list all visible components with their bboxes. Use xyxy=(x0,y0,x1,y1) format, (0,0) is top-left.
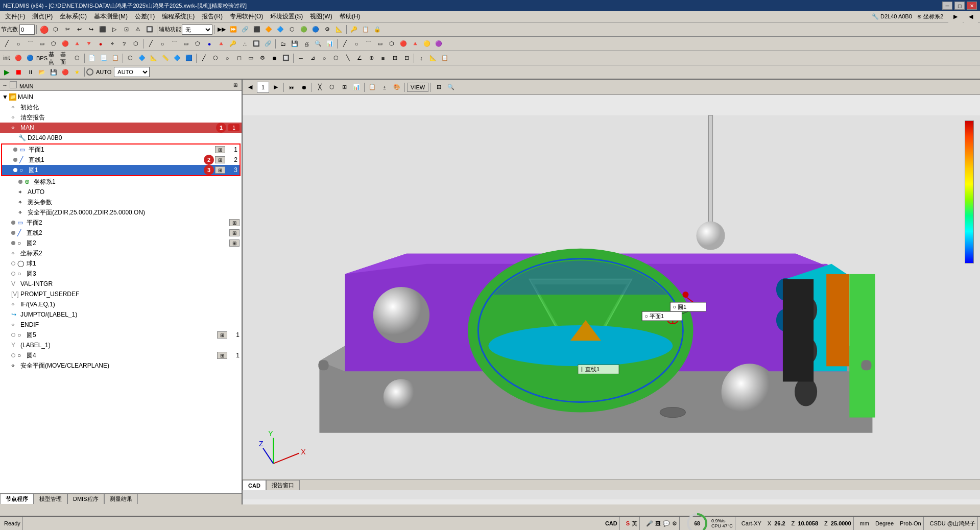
tb3-btn37[interactable]: 📋 xyxy=(439,53,450,64)
tb2-btn28[interactable]: 📊 xyxy=(324,38,336,50)
tb1-btn2[interactable]: ⬡ xyxy=(50,24,61,35)
tb3-btn31[interactable]: ⊕ xyxy=(366,53,377,64)
tb2-btn33[interactable]: ⬡ xyxy=(386,38,397,50)
tb2-btn20[interactable]: 🔑 xyxy=(227,38,238,50)
tree-item-probe-param[interactable]: ⌖ 测头参数 xyxy=(0,197,242,207)
tb3-btn7[interactable]: ⬡ xyxy=(71,53,83,64)
tb3-btn26[interactable]: ⊿ xyxy=(307,53,318,64)
tb2-btn3[interactable]: ⌒ xyxy=(25,38,36,50)
tb2-btn25[interactable]: 💾 xyxy=(289,38,300,50)
tb2-btn26[interactable]: 🖨 xyxy=(301,38,312,50)
tb3-btn9[interactable]: 📃 xyxy=(98,53,109,64)
vp-btn-nav-left[interactable]: ◀ xyxy=(245,82,256,93)
tb3-btn34[interactable]: ⊟ xyxy=(401,53,412,64)
tb3-btn2[interactable]: 🔴 xyxy=(13,53,24,64)
tb3-btn16[interactable]: 🟦 xyxy=(183,53,195,64)
tb2-btn15[interactable]: ⌒ xyxy=(169,38,180,50)
tb2-btn35[interactable]: 🔺 xyxy=(410,38,421,50)
menu-file[interactable]: 文件(F) xyxy=(2,11,28,22)
vp-btn-zoom-in[interactable]: 🔍 xyxy=(445,82,457,93)
tb1-btn24[interactable]: 🔒 xyxy=(372,24,383,35)
toolbar-btn-right2[interactable]: ◀ xyxy=(964,11,978,22)
tb2-btn4[interactable]: ▭ xyxy=(36,38,47,50)
toolbar-btn-right1[interactable]: ▶ xyxy=(948,11,963,22)
vp-btn-nav-right[interactable]: ▶ xyxy=(270,82,281,93)
tb1-btn11[interactable]: ▶▶ xyxy=(216,24,227,35)
tree-item-plane1[interactable]: ▭ 平面1 ⊞ 1 xyxy=(2,144,240,155)
tb3-btn11[interactable]: ⬡ xyxy=(125,53,136,64)
tb1-btn12[interactable]: ⏩ xyxy=(228,24,239,35)
tree-item-circle4[interactable]: ○ 圆4 ⊞ 1 xyxy=(0,350,242,360)
tree-item-endif[interactable]: ⌖ ENDIF xyxy=(0,320,242,330)
tb2-btn13[interactable]: ╱ xyxy=(145,38,156,50)
tb1-btn19[interactable]: 🔵 xyxy=(310,24,321,35)
menu-report[interactable]: 报告(R) xyxy=(199,11,226,22)
tb1-btn9[interactable]: ⚠ xyxy=(132,24,144,35)
tb1-btn18[interactable]: 🟢 xyxy=(298,24,309,35)
tree-item-label1[interactable]: Y (LABEL_1) xyxy=(0,340,242,350)
tree-item-auto[interactable]: ⌖ AUTO xyxy=(0,187,242,197)
tb2-btn17[interactable]: ⬠ xyxy=(192,38,203,50)
tree-item-if[interactable]: ⌖ IF/(VA,EQ,1) xyxy=(0,299,242,309)
tree-item-coord1[interactable]: ⊕ 坐标系1 xyxy=(0,177,242,187)
tb3-btn28[interactable]: ⬡ xyxy=(330,53,342,64)
menu-prog[interactable]: 编程系统(E) xyxy=(159,11,198,22)
vp-btn-1[interactable]: 1 xyxy=(257,82,269,93)
tb2-btn7[interactable]: 🔺 xyxy=(71,38,83,50)
vp-btn-points[interactable]: ⬡ xyxy=(326,82,338,93)
tb1-btn10[interactable]: 🔲 xyxy=(144,24,155,35)
points-input[interactable] xyxy=(19,25,35,35)
tree-item-circle5[interactable]: ○ 圆5 ⊞ 1 xyxy=(0,330,242,340)
tb2-btn11[interactable]: ? xyxy=(118,38,130,50)
menu-help[interactable]: 帮助(H) xyxy=(337,11,364,22)
tab-dmis-program[interactable]: DMIS程序 xyxy=(67,494,104,504)
tree-item-safe-plane2[interactable]: ⌖ 安全平面(MOVE/CLEARPLANE) xyxy=(0,360,242,371)
vp-btn-measure[interactable]: ⊞ xyxy=(339,82,350,93)
vp-btn-tol[interactable]: ± xyxy=(379,82,390,93)
tb1-btn23[interactable]: 📋 xyxy=(360,24,371,35)
panel-expand-btn[interactable]: ⊞ xyxy=(231,81,240,89)
tb4-stop[interactable]: ⏹ xyxy=(13,66,24,78)
tree-item-circle3[interactable]: ○ 圆3 xyxy=(0,269,242,279)
tb2-btn1[interactable]: ╱ xyxy=(1,38,12,50)
tb4-play[interactable]: ▶ xyxy=(1,66,12,78)
tree-item-val-intgr[interactable]: V VAL-INTGR xyxy=(0,279,242,289)
tb3-btn33[interactable]: ⊞ xyxy=(389,53,400,64)
tb2-btn8[interactable]: 🔻 xyxy=(83,38,94,50)
tree-item-jumpto[interactable]: ↪ JUMPTO/(LABEL_1) xyxy=(0,309,242,320)
tb1-btn13[interactable]: 🔗 xyxy=(240,24,251,35)
tb1-btn5[interactable]: ↪ xyxy=(85,24,97,35)
vp-btn-zoom-fit[interactable]: ⊞ xyxy=(433,82,444,93)
minimize-button[interactable]: ─ xyxy=(942,2,952,10)
tb2-btn23[interactable]: 🔗 xyxy=(262,38,274,50)
tb2-btn12[interactable]: ⬡ xyxy=(130,38,141,50)
view-button[interactable]: VIEW xyxy=(407,83,428,92)
tb2-btn24[interactable]: 🗂 xyxy=(277,38,289,50)
tab-measure-results[interactable]: 测量结果 xyxy=(104,494,138,504)
tb3-btn12[interactable]: 🔷 xyxy=(136,53,148,64)
menu-probe[interactable]: 测点(P) xyxy=(29,11,56,22)
tb1-btn16[interactable]: 🔷 xyxy=(275,24,286,35)
tb2-btn31[interactable]: ⌒ xyxy=(363,38,374,50)
tb3-btn8[interactable]: 📄 xyxy=(86,53,98,64)
tb3-btn30[interactable]: ∠ xyxy=(354,53,365,64)
tree-item-coord2[interactable]: ⌖ 坐标系2 xyxy=(0,248,242,258)
vp-btn-cross[interactable]: ╳ xyxy=(314,82,325,93)
tb3-btn36[interactable]: 📐 xyxy=(427,53,439,64)
tb2-btn2[interactable]: ○ xyxy=(13,38,24,50)
tb1-btn22[interactable]: 🔑 xyxy=(348,24,360,35)
tb3-btn20[interactable]: ◻ xyxy=(233,53,245,64)
vp-btn-report[interactable]: 📋 xyxy=(367,82,378,93)
tree-item-safe-plane1[interactable]: ⌖ 安全平面(ZDIR,25.0000,ZDIR,25.0000,ON) xyxy=(0,207,242,218)
tb3-btn17[interactable]: ╱ xyxy=(198,53,209,64)
auto-select[interactable]: AUTO xyxy=(114,67,150,77)
tb2-btn16[interactable]: ▭ xyxy=(180,38,192,50)
tb1-btn20[interactable]: ⚙ xyxy=(322,24,333,35)
tree-item-line2[interactable]: ╱ 直线2 ⊞ xyxy=(0,228,242,238)
tb2-btn19[interactable]: 🔺 xyxy=(216,38,227,50)
menu-coord[interactable]: 坐标系(C) xyxy=(57,11,90,22)
tb3-btn22[interactable]: ⚙ xyxy=(257,53,268,64)
tree-item-clear[interactable]: ⌖ 清空报告 xyxy=(0,112,242,123)
restore-button[interactable]: ◻ xyxy=(954,2,965,10)
menu-env[interactable]: 环境设置(S) xyxy=(267,11,306,22)
